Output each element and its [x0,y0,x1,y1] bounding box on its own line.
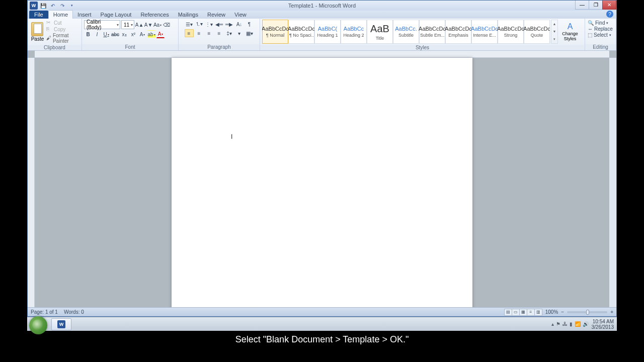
paste-label: Paste [31,36,44,42]
print-layout-view-icon[interactable]: ▤ [504,309,512,316]
select-button[interactable]: ⬚Select▾ [588,32,611,38]
scroll-up-icon[interactable]: ▲ [551,20,557,28]
justify-button[interactable]: ≡ [215,29,224,37]
tray-battery-icon[interactable]: ▮ [570,321,573,327]
highlight-button[interactable]: ab [147,30,155,38]
change-styles-icon: A [568,22,573,31]
tray-clock[interactable]: 10:54 AM 3/26/2013 [592,319,614,330]
tab-insert[interactable]: Insert [73,11,96,19]
zoom-in-button[interactable]: + [610,309,613,315]
tray-network-icon[interactable]: 🖧 [562,321,568,327]
close-button[interactable]: ✕ [602,1,616,10]
group-label-editing: Editing [585,44,616,50]
tab-page-layout[interactable]: Page Layout [96,11,136,19]
cut-button[interactable]: ✂Cut [46,20,79,26]
vertical-scrollbar[interactable] [609,58,616,307]
tab-review[interactable]: Review [203,11,230,19]
align-center-button[interactable]: ≡ [195,29,204,37]
status-words[interactable]: Words: 0 [64,309,84,315]
bullets-button[interactable]: ☰▾ [185,20,194,28]
group-label-font: Font [82,44,178,50]
paste-button[interactable]: Paste [30,20,45,44]
format-painter-button[interactable]: 🖌Format Painter [46,33,79,44]
style-item[interactable]: AaBbCcDcQuote [524,20,550,44]
change-styles-button[interactable]: A Change Styles [559,22,581,41]
text-effects-button[interactable]: A [138,30,146,38]
font-color-button[interactable]: A [156,30,165,38]
tray-wifi-icon[interactable]: 📶 [575,321,581,327]
styles-gallery[interactable]: AaBbCcDc¶ NormalAaBbCcDc¶ No Spaci...AaB… [262,20,550,44]
start-button[interactable] [29,316,47,334]
draft-view-icon[interactable]: ▥ [534,309,542,316]
document-page[interactable]: I [172,58,472,307]
replace-button[interactable]: ↔Replace [588,26,613,32]
underline-button[interactable]: U [102,30,110,38]
style-item[interactable]: AaBbCcHeading 2 [341,20,367,44]
styles-scroll[interactable]: ▲▼▾ [551,20,558,44]
full-screen-view-icon[interactable]: ▭ [512,309,520,316]
find-button[interactable]: 🔍Find▾ [588,20,608,26]
borders-button[interactable]: ▦▾ [245,29,254,37]
taskbar-word[interactable]: W [51,318,71,330]
style-item[interactable]: AaBbCcDcSubtle Em... [419,20,445,44]
copy-icon: ⎘ [46,26,52,32]
vertical-ruler[interactable] [28,58,35,307]
zoom-level[interactable]: 100% [545,309,558,315]
tab-mailings[interactable]: Mailings [174,11,203,19]
zoom-slider[interactable] [567,311,607,313]
font-name-combo[interactable]: Calibri (Body) [84,20,120,29]
tab-file[interactable]: File [29,11,48,19]
italic-button[interactable]: I [93,30,101,38]
status-page[interactable]: Page: 1 of 1 [31,309,58,315]
style-item[interactable]: AaBbC(Heading 1 [314,20,341,44]
decrease-indent-button[interactable]: ◀═ [215,20,224,28]
maximize-button[interactable]: ❐ [589,1,603,10]
clear-formatting-button[interactable]: ⌫ [163,21,171,29]
align-right-button[interactable]: ≡ [205,29,214,37]
strikethrough-button[interactable]: abc [111,30,119,38]
tray-flag-icon[interactable]: ⚑ [556,321,560,327]
tab-view[interactable]: View [230,11,251,19]
web-layout-view-icon[interactable]: ▦ [519,309,527,316]
style-item[interactable]: AaBbCcDcEmphasis [445,20,471,44]
minimize-button[interactable]: — [575,1,589,10]
subscript-button[interactable]: x₂ [120,30,128,38]
font-size-combo[interactable]: 11 [121,20,134,29]
window-title: Template1 - Microsoft Word [288,3,356,9]
tray-arrow-icon[interactable]: ▴ [551,321,554,327]
bold-button[interactable]: B [84,30,92,38]
help-icon[interactable]: ? [606,11,613,18]
undo-icon[interactable]: ↶ [49,2,57,10]
align-left-button[interactable]: ≡ [185,29,194,37]
line-spacing-button[interactable]: ‡▾ [225,29,234,37]
zoom-thumb[interactable] [586,310,589,315]
numbering-button[interactable]: ⒈▾ [195,20,204,28]
shrink-font-button[interactable]: A▼ [144,21,152,29]
style-item[interactable]: AaBTitle [367,20,393,44]
multilevel-list-button[interactable]: ⋮▾ [205,20,214,28]
tray-volume-icon[interactable]: 🔊 [583,321,589,327]
qat-dropdown-icon[interactable]: ▾ [68,2,76,10]
show-marks-button[interactable]: ¶ [245,20,254,28]
grow-font-button[interactable]: A▲ [135,21,143,29]
style-item[interactable]: AaBbCcDcIntense E... [471,20,498,44]
increase-indent-button[interactable]: ═▶ [225,20,234,28]
sort-button[interactable]: A↓ [235,20,244,28]
styles-more-icon[interactable]: ▾ [551,36,557,43]
zoom-out-button[interactable]: − [561,309,564,315]
change-case-button[interactable]: Aa [153,21,162,29]
outline-view-icon[interactable]: ≡ [527,309,535,316]
shading-button[interactable]: ▾ [235,29,244,37]
style-item[interactable]: AaBbCcDc¶ No Spaci... [288,20,314,44]
redo-icon[interactable]: ↷ [58,2,66,10]
save-icon[interactable]: 💾 [39,2,47,10]
superscript-button[interactable]: x² [129,30,137,38]
tab-home[interactable]: Home [48,10,73,19]
style-item[interactable]: AaBbCc.Subtitle [393,20,419,44]
style-item[interactable]: AaBbCcDc¶ Normal [262,20,288,44]
horizontal-ruler[interactable] [35,51,609,58]
style-item[interactable]: AaBbCcDcStrong [498,20,524,44]
copy-button[interactable]: ⎘Copy [46,26,79,32]
scroll-down-icon[interactable]: ▼ [551,28,557,35]
tab-references[interactable]: References [136,11,173,19]
